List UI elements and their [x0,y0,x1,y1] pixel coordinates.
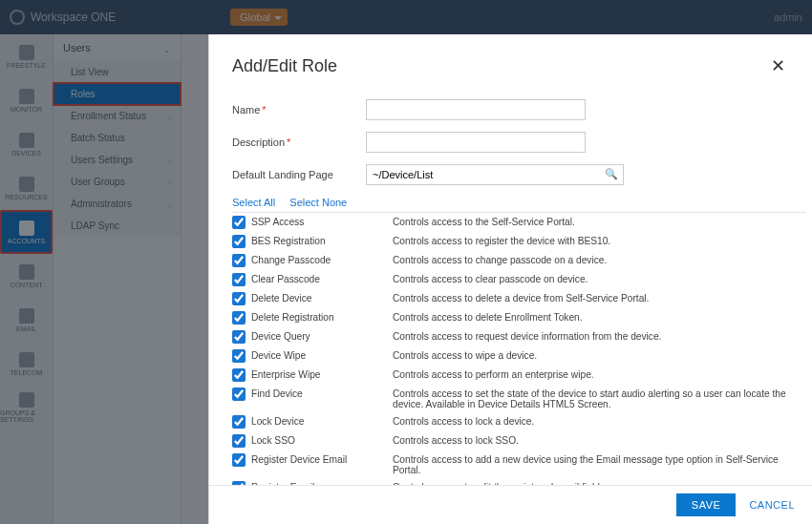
permission-checkbox[interactable] [232,273,246,286]
permission-desc: Controls access to lock SSO. [393,434,806,446]
permission-desc: Controls access to add a new device usin… [393,453,806,475]
permission-desc: Controls access to lock a device. [393,415,806,427]
permission-checkbox[interactable] [232,330,246,344]
permission-row: Device WipeControls access to wipe a dev… [232,346,806,366]
permission-checkbox[interactable] [232,453,246,467]
close-button[interactable]: ✕ [767,52,789,80]
add-edit-role-modal: Add/Edit Role ✕ Name* Description* Defau… [208,34,812,524]
permission-row: Find DeviceControls access to set the st… [232,385,806,412]
permission-name: Delete Device [251,292,393,304]
permission-name: Find Device [251,388,393,399]
permission-name: Lock SSO [251,434,393,446]
permission-desc: Controls access to request device inform… [393,330,806,342]
permission-row: Delete DeviceControls access to delete a… [232,289,806,308]
permission-name: Clear Passcode [251,273,393,284]
select-none-link[interactable]: Select None [289,197,347,208]
permission-desc: Controls access to the Self-Service Port… [393,216,806,227]
permission-list: SSP AccessControls access to the Self-Se… [232,212,806,485]
permission-checkbox[interactable] [232,292,246,305]
permission-name: Change Passcode [251,254,393,265]
permission-row: Change PasscodeControls access to change… [232,251,806,270]
close-icon: ✕ [771,56,785,75]
name-label: Name* [232,104,366,115]
permission-checkbox[interactable] [232,311,246,325]
landing-page-label: Default Landing Page [232,169,366,180]
permission-name: Lock Device [251,415,393,427]
permission-desc: Controls access to perform an enterprise… [393,368,806,380]
permission-row: BES RegistrationControls access to regis… [232,232,806,251]
name-input[interactable] [366,99,586,120]
permission-desc: Controls access to change passcode on a … [393,254,806,265]
permission-row: Clear PasscodeControls access to clear p… [232,270,806,289]
permission-desc: Controls access to clear passcode on dev… [393,273,806,284]
permission-name: BES Registration [251,235,393,246]
permission-name: Device Query [251,330,393,342]
permission-row: Device QueryControls access to request d… [232,327,806,346]
permission-checkbox[interactable] [232,254,246,267]
permission-checkbox[interactable] [232,349,246,363]
permission-row: Register Device EmailControls access to … [232,451,806,478]
permission-desc: Controls access to wipe a device. [393,349,806,361]
permission-checkbox[interactable] [232,368,246,382]
permission-row: SSP AccessControls access to the Self-Se… [232,213,806,232]
cancel-button[interactable]: CANCEL [749,499,795,511]
permission-desc: Controls access to set the state of the … [393,388,806,409]
permission-row: Delete RegistrationControls access to de… [232,308,806,327]
permission-name: Device Wipe [251,349,393,361]
permission-row: Lock SSOControls access to lock SSO. [232,431,806,451]
permission-checkbox[interactable] [232,216,246,229]
permission-row: Lock DeviceControls access to lock a dev… [232,412,806,431]
permission-name: Register Device Email [251,453,393,465]
permission-desc: Controls access to delete Enrollment Tok… [393,311,806,323]
description-input[interactable] [366,132,586,153]
modal-title: Add/Edit Role [232,56,337,76]
permission-desc: Controls access to delete a device from … [393,292,806,304]
permission-row: Register EmailControls access to edit th… [232,478,806,485]
description-label: Description* [232,136,366,148]
permission-name: SSP Access [251,216,393,227]
permission-name: Delete Registration [251,311,393,323]
permission-checkbox[interactable] [232,388,246,401]
permission-checkbox[interactable] [232,415,246,429]
permission-name: Enterprise Wipe [251,368,393,380]
landing-page-input[interactable] [366,164,624,185]
select-all-link[interactable]: Select All [232,197,275,208]
permission-desc: Controls access to register the device w… [393,235,806,246]
permission-row: Enterprise WipeControls access to perfor… [232,366,806,385]
permission-checkbox[interactable] [232,434,246,448]
save-button[interactable]: SAVE [676,493,737,516]
permission-checkbox[interactable] [232,235,246,248]
